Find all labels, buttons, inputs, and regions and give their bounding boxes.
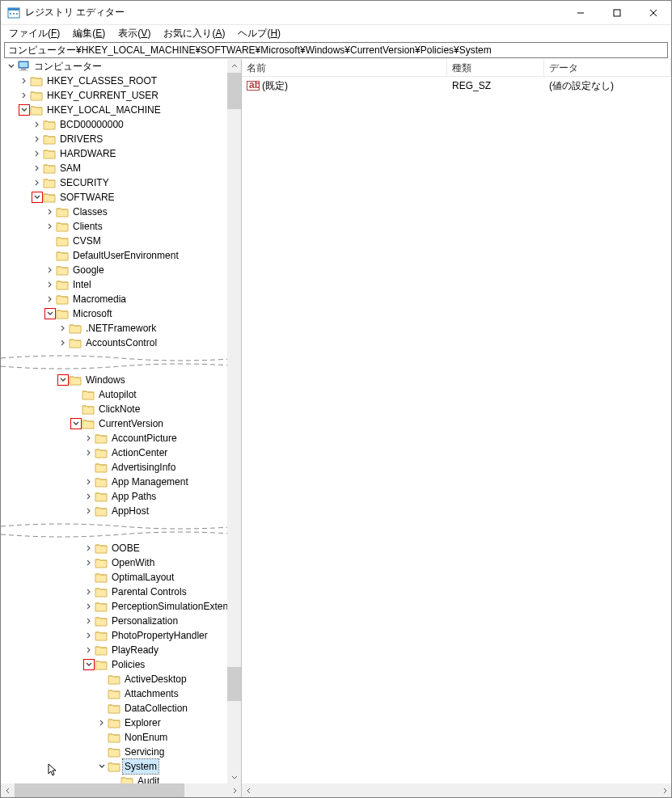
tree-row[interactable]: Personalization xyxy=(1,614,241,628)
expand-icon[interactable] xyxy=(19,75,30,87)
scroll-left-icon[interactable] xyxy=(1,783,15,797)
expand-icon[interactable] xyxy=(83,491,95,502)
tree-row[interactable]: コンピューター xyxy=(1,59,241,74)
expand-icon[interactable] xyxy=(109,775,120,783)
tree-row[interactable]: Google xyxy=(1,263,241,277)
address-input[interactable] xyxy=(4,42,668,58)
tree-row[interactable]: OptimalLayout xyxy=(1,570,241,585)
tree-row[interactable]: AppHost xyxy=(1,504,241,518)
expand-icon[interactable] xyxy=(44,308,56,319)
tree-row[interactable]: Policies xyxy=(1,657,241,672)
tree-vscrollbar[interactable] xyxy=(227,59,241,783)
expand-icon[interactable] xyxy=(44,235,56,247)
tree-row[interactable]: HKEY_CLASSES_ROOT xyxy=(1,74,241,88)
expand-icon[interactable] xyxy=(96,673,108,685)
expand-icon[interactable] xyxy=(83,433,95,444)
expand-icon[interactable] xyxy=(96,746,108,758)
expand-icon[interactable] xyxy=(44,279,56,290)
expand-icon[interactable] xyxy=(70,389,82,400)
tree-row[interactable]: CurrentVersion xyxy=(1,416,241,431)
tree-row[interactable]: App Management xyxy=(1,475,241,489)
expand-icon[interactable] xyxy=(83,615,95,627)
tree-row[interactable]: AdvertisingInfo xyxy=(1,460,241,475)
expand-icon[interactable] xyxy=(96,703,108,714)
menu-help[interactable]: ヘルプ(H) xyxy=(233,26,285,41)
tree-row[interactable]: ActiveDesktop xyxy=(1,672,241,686)
expand-icon[interactable] xyxy=(44,293,56,305)
expand-icon[interactable] xyxy=(32,163,43,174)
tree-row[interactable]: App Paths xyxy=(1,489,241,504)
tree-row[interactable]: Intel xyxy=(1,277,241,292)
expand-icon[interactable] xyxy=(70,403,82,415)
tree-row[interactable]: Autopilot xyxy=(1,387,241,402)
scrollbar-thumb[interactable] xyxy=(227,667,241,701)
menu-file[interactable]: ファイル(F) xyxy=(4,26,65,41)
expand-icon[interactable] xyxy=(19,104,30,116)
values-hscrollbar[interactable] xyxy=(242,783,671,797)
tree-row[interactable]: Audit xyxy=(1,774,241,783)
maximize-button[interactable] xyxy=(598,1,635,25)
expand-icon[interactable] xyxy=(70,418,82,429)
registry-tree[interactable]: コンピューターHKEY_CLASSES_ROOTHKEY_CURRENT_USE… xyxy=(1,59,241,783)
expand-icon[interactable] xyxy=(83,659,95,670)
tree-row[interactable]: PhotoPropertyHandler xyxy=(1,628,241,643)
tree-row[interactable]: OpenWith xyxy=(1,555,241,570)
expand-icon[interactable] xyxy=(83,601,95,612)
tree-row[interactable]: ClickNote xyxy=(1,402,241,416)
expand-icon[interactable] xyxy=(32,177,43,188)
expand-icon[interactable] xyxy=(44,250,56,261)
expand-icon[interactable] xyxy=(96,732,108,743)
expand-icon[interactable] xyxy=(32,148,43,159)
tree-row[interactable]: OOBE xyxy=(1,541,241,555)
expand-icon[interactable] xyxy=(32,133,43,145)
expand-icon[interactable] xyxy=(83,572,95,583)
expand-icon[interactable] xyxy=(44,206,56,217)
expand-icon[interactable] xyxy=(83,630,95,641)
tree-row[interactable]: ActionCenter xyxy=(1,445,241,460)
expand-icon[interactable] xyxy=(57,337,69,348)
tree-row[interactable]: Macromedia xyxy=(1,292,241,306)
tree-hscrollbar[interactable] xyxy=(1,783,241,797)
scroll-down-icon[interactable] xyxy=(227,770,241,783)
tree-row[interactable]: Attachments xyxy=(1,686,241,701)
expand-icon[interactable] xyxy=(83,586,95,597)
expand-icon[interactable] xyxy=(32,119,43,130)
close-button[interactable] xyxy=(635,1,671,25)
tree-row[interactable]: .NETFramework xyxy=(1,321,241,336)
expand-icon[interactable] xyxy=(44,221,56,232)
tree-row[interactable]: SECURITY xyxy=(1,175,241,190)
tree-row[interactable]: HKEY_LOCAL_MACHINE xyxy=(1,103,241,117)
scrollbar-thumb[interactable] xyxy=(15,783,184,797)
tree-row[interactable]: DataCollection xyxy=(1,701,241,716)
expand-icon[interactable] xyxy=(83,462,95,473)
expand-icon[interactable] xyxy=(32,192,43,203)
col-name[interactable]: 名前 xyxy=(242,59,447,76)
menu-view[interactable]: 表示(V) xyxy=(113,26,155,41)
tree-row[interactable]: Windows xyxy=(1,373,241,387)
tree-row[interactable]: BCD00000000 xyxy=(1,117,241,132)
expand-icon[interactable] xyxy=(83,505,95,517)
tree-row[interactable]: DefaultUserEnvironment xyxy=(1,248,241,263)
tree-row[interactable]: Servicing xyxy=(1,745,241,759)
col-type[interactable]: 種類 xyxy=(447,59,544,76)
expand-icon[interactable] xyxy=(96,717,108,728)
expand-icon[interactable] xyxy=(57,374,69,386)
expand-icon[interactable] xyxy=(44,264,56,276)
tree-row[interactable]: SAM xyxy=(1,161,241,175)
tree-row[interactable]: Clients xyxy=(1,219,241,234)
tree-row[interactable]: PlayReady xyxy=(1,643,241,657)
expand-icon[interactable] xyxy=(83,644,95,656)
menu-edit[interactable]: 編集(E) xyxy=(68,26,110,41)
tree-row[interactable]: AccountPicture xyxy=(1,431,241,445)
expand-icon[interactable] xyxy=(83,476,95,488)
tree-row[interactable]: Microsoft xyxy=(1,306,241,321)
tree-row[interactable]: HKEY_CURRENT_USER xyxy=(1,88,241,103)
value-row[interactable]: ab(既定) REG_SZ (値の設定なし) xyxy=(242,78,671,93)
scroll-up-icon[interactable] xyxy=(227,59,241,73)
tree-row[interactable]: SOFTWARE xyxy=(1,190,241,205)
menu-favorites[interactable]: お気に入り(A) xyxy=(158,26,230,41)
expand-icon[interactable] xyxy=(57,323,69,334)
scroll-left-icon[interactable] xyxy=(242,783,256,797)
tree-row[interactable]: DRIVERS xyxy=(1,132,241,146)
tree-row[interactable]: Classes xyxy=(1,205,241,219)
